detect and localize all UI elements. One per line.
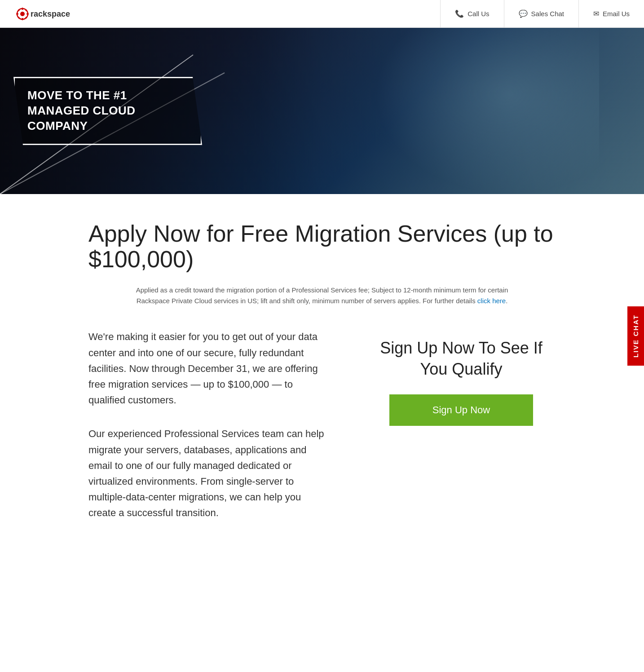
svg-rect-4	[16, 13, 18, 14]
phone-icon: 📞	[455, 9, 464, 18]
live-chat-tab[interactable]: LIVE CHAT	[627, 306, 644, 366]
disclaimer-period: .	[506, 297, 507, 305]
svg-rect-2	[22, 8, 23, 10]
svg-rect-5	[26, 13, 29, 14]
signup-button[interactable]: Sign Up Now	[389, 394, 533, 426]
body-text-1: We're making it easier for you to get ou…	[88, 329, 331, 408]
hero-section: MOVE TO THE #1 MANAGED CLOUD COMPANY	[0, 28, 644, 194]
disclaimer-link[interactable]: click here	[477, 297, 506, 305]
disclaimer-text: Applied as a credit toward the migration…	[120, 285, 524, 306]
svg-point-1	[20, 12, 25, 16]
page-heading: Apply Now for Free Migration Services (u…	[88, 221, 556, 272]
hero-text-box: MOVE TO THE #1 MANAGED CLOUD COMPANY	[13, 77, 202, 145]
right-column: Sign Up Now To See If You Qualify Sign U…	[367, 329, 556, 426]
left-column: We're making it easier for you to get ou…	[88, 329, 331, 539]
live-chat-label: LIVE CHAT	[632, 314, 640, 358]
site-header: rackspace 📞 Call Us 💬 Sales Chat ✉ Email…	[0, 0, 644, 28]
chat-icon: 💬	[519, 9, 528, 18]
sales-chat-nav[interactable]: 💬 Sales Chat	[504, 0, 578, 27]
header-nav: 📞 Call Us 💬 Sales Chat ✉ Email Us	[440, 0, 644, 27]
email-us-label: Email Us	[603, 10, 630, 18]
two-column-layout: We're making it easier for you to get ou…	[88, 329, 556, 539]
svg-text:rackspace: rackspace	[31, 9, 70, 18]
hero-title: MOVE TO THE #1 MANAGED CLOUD COMPANY	[27, 88, 188, 133]
sales-chat-label: Sales Chat	[531, 10, 564, 18]
call-us-label: Call Us	[468, 10, 489, 18]
svg-rect-3	[22, 18, 23, 20]
body-text-2: Our experienced Professional Services te…	[88, 426, 331, 521]
disclaimer-body: Applied as a credit toward the migration…	[136, 286, 508, 305]
main-content: Apply Now for Free Migration Services (u…	[75, 194, 569, 575]
email-icon: ✉	[593, 9, 599, 18]
call-us-nav[interactable]: 📞 Call Us	[440, 0, 503, 27]
signup-heading: Sign Up Now To See If You Qualify	[367, 338, 556, 380]
logo[interactable]: rackspace	[13, 5, 85, 23]
email-us-nav[interactable]: ✉ Email Us	[578, 0, 644, 27]
